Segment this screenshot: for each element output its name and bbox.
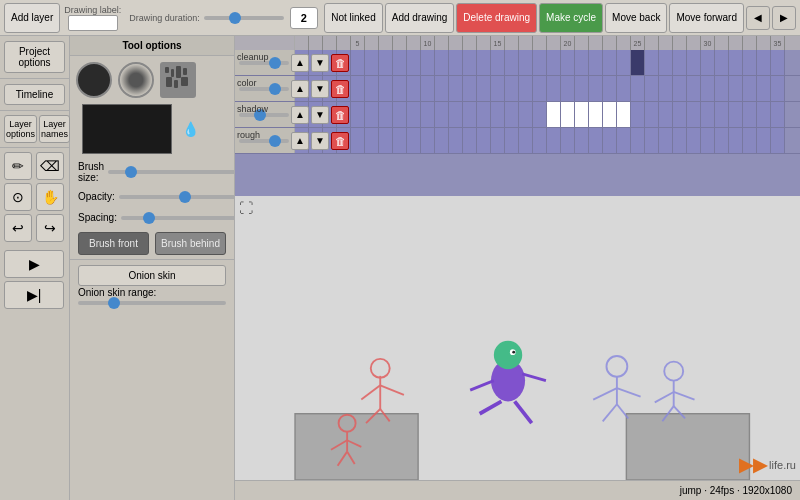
timeline-cell[interactable] [715, 50, 729, 75]
timeline-cell[interactable] [351, 128, 365, 153]
timeline-cell[interactable] [421, 50, 435, 75]
nav-next-button[interactable]: ▶ [772, 6, 796, 30]
timeline-cell[interactable] [729, 102, 743, 127]
rough-up-arrow[interactable]: ▲ [291, 132, 309, 150]
timeline-cell[interactable] [561, 50, 575, 75]
add-layer-button[interactable]: Add layer [4, 3, 60, 33]
timeline-cell[interactable] [687, 76, 701, 101]
timeline-cell[interactable] [407, 50, 421, 75]
cleanup-opacity-slider[interactable] [239, 61, 289, 65]
timeline-cell[interactable] [435, 128, 449, 153]
timeline-cell[interactable] [673, 102, 687, 127]
cleanup-down-arrow[interactable]: ▼ [311, 54, 329, 72]
timeline-cell[interactable] [379, 50, 393, 75]
timeline-cell[interactable] [715, 76, 729, 101]
timeline-cell[interactable] [659, 76, 673, 101]
timeline-cell[interactable] [519, 128, 533, 153]
shadow-up-arrow[interactable]: ▲ [291, 106, 309, 124]
timeline-cell[interactable] [603, 102, 617, 127]
timeline-cell[interactable] [757, 128, 771, 153]
timeline-cell[interactable] [379, 76, 393, 101]
timeline-cell[interactable] [757, 50, 771, 75]
shadow-down-arrow[interactable]: ▼ [311, 106, 329, 124]
timeline-cell[interactable] [463, 50, 477, 75]
timeline-cell[interactable] [715, 128, 729, 153]
timeline-cell[interactable] [603, 76, 617, 101]
timeline-cell[interactable] [463, 76, 477, 101]
layer-names-button[interactable]: Layer names [39, 115, 70, 143]
timeline-cell[interactable] [533, 76, 547, 101]
duration-slider[interactable] [204, 16, 284, 20]
layer-options-button[interactable]: Layer options [4, 115, 37, 143]
shadow-opacity-slider[interactable] [239, 113, 289, 117]
timeline-cell[interactable] [421, 102, 435, 127]
color-up-arrow[interactable]: ▲ [291, 80, 309, 98]
timeline-cell[interactable] [771, 102, 785, 127]
rough-opacity-slider[interactable] [239, 139, 289, 143]
color-delete-btn[interactable]: 🗑 [331, 80, 349, 98]
timeline-cell[interactable] [729, 128, 743, 153]
timeline-cell[interactable] [715, 102, 729, 127]
not-linked-button[interactable]: Not linked [324, 3, 382, 33]
brush-size-slider[interactable] [108, 170, 237, 174]
timeline-cell[interactable] [365, 50, 379, 75]
timeline-cell[interactable] [519, 50, 533, 75]
cleanup-delete-btn[interactable]: 🗑 [331, 54, 349, 72]
color-preview[interactable] [82, 104, 172, 154]
brush-behind-button[interactable]: Brush behind [155, 232, 226, 255]
timeline-cell[interactable] [393, 102, 407, 127]
timeline-cell[interactable] [589, 50, 603, 75]
eraser-icon[interactable]: ⌫ [36, 152, 64, 180]
timeline-cell[interactable] [421, 76, 435, 101]
timeline-cell[interactable] [561, 128, 575, 153]
timeline-cell[interactable] [519, 76, 533, 101]
timeline-cell[interactable] [505, 128, 519, 153]
timeline-cell[interactable] [365, 76, 379, 101]
timeline-cell[interactable] [533, 50, 547, 75]
timeline-cell[interactable] [701, 76, 715, 101]
timeline-cell[interactable] [547, 76, 561, 101]
timeline-cell[interactable] [519, 102, 533, 127]
timeline-cell[interactable] [589, 128, 603, 153]
timeline-cell[interactable] [645, 50, 659, 75]
timeline-cell[interactable] [687, 50, 701, 75]
timeline-cell[interactable] [631, 76, 645, 101]
undo-icon[interactable]: ↩ [4, 214, 32, 242]
timeline-cell[interactable] [603, 128, 617, 153]
timeline-cell[interactable] [547, 128, 561, 153]
timeline-cell[interactable] [491, 102, 505, 127]
opacity-slider[interactable] [119, 195, 248, 199]
timeline-cell[interactable] [743, 76, 757, 101]
rough-down-arrow[interactable]: ▼ [311, 132, 329, 150]
timeline-cell[interactable] [617, 50, 631, 75]
timeline-cell[interactable] [729, 76, 743, 101]
timeline-cell[interactable] [379, 102, 393, 127]
rough-delete-btn[interactable]: 🗑 [331, 132, 349, 150]
timeline-cell[interactable] [617, 128, 631, 153]
timeline-cell[interactable] [603, 50, 617, 75]
timeline-cell[interactable] [407, 102, 421, 127]
timeline-cell[interactable] [421, 128, 435, 153]
timeline-cell[interactable] [393, 128, 407, 153]
timeline-cell[interactable] [589, 76, 603, 101]
timeline-cell[interactable] [505, 102, 519, 127]
add-drawing-button[interactable]: Add drawing [385, 3, 455, 33]
brush-hard[interactable] [76, 62, 112, 98]
timeline-cell[interactable] [743, 102, 757, 127]
timeline-cell[interactable] [575, 128, 589, 153]
play-button[interactable]: ▶ [4, 250, 64, 278]
timeline-cell[interactable] [365, 102, 379, 127]
timeline-cell[interactable] [645, 128, 659, 153]
timeline-cell[interactable] [631, 128, 645, 153]
delete-drawing-button[interactable]: Delete drawing [456, 3, 537, 33]
timeline-cell[interactable] [435, 76, 449, 101]
timeline-cell[interactable] [771, 50, 785, 75]
brush-textured[interactable] [160, 62, 196, 98]
spacing-slider[interactable] [121, 216, 250, 220]
timeline-cell[interactable] [561, 102, 575, 127]
timeline-cell[interactable] [505, 50, 519, 75]
play-next-button[interactable]: ▶| [4, 281, 64, 309]
timeline-cell[interactable] [757, 76, 771, 101]
timeline-cell[interactable] [575, 76, 589, 101]
timeline-cell[interactable] [631, 102, 645, 127]
